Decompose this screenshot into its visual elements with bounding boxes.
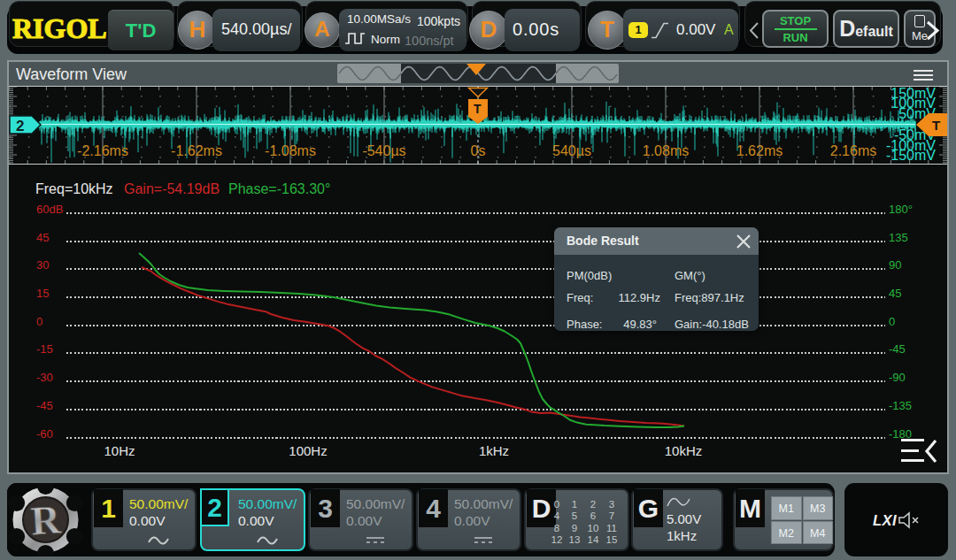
svg-text:2: 2 — [16, 118, 24, 134]
svg-text:T: T — [932, 118, 940, 133]
svg-text:T: T — [474, 102, 482, 116]
svg-text:R: R — [29, 496, 62, 543]
